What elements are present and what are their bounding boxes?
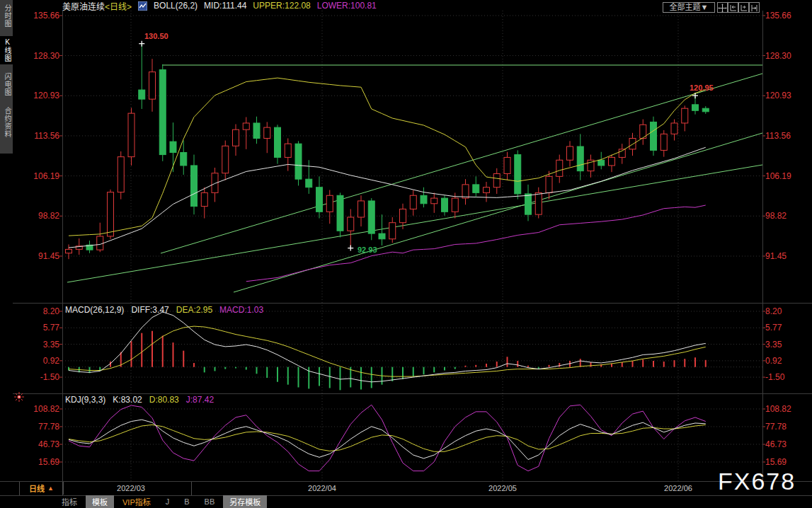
y-axis-label: 3.35 bbox=[765, 340, 805, 350]
bottom-tab[interactable]: 模板 bbox=[86, 495, 114, 508]
y-axis-label: 8.20 bbox=[23, 307, 59, 316]
grid-lines bbox=[62, 11, 762, 481]
y-axis-label: 108.82 bbox=[23, 405, 59, 414]
period-tag: <日线> bbox=[105, 2, 132, 12]
high-price-annotation: 130.50 bbox=[144, 32, 168, 40]
symbol-title: 美原油连续<日线> bbox=[62, 0, 132, 12]
macd-title: MACD(26,12,9) bbox=[65, 305, 124, 315]
kdj-title: KDJ(9,3,3) bbox=[65, 395, 105, 405]
sidebar-item-kline[interactable]: K线图 bbox=[0, 36, 13, 64]
kdj-header: KDJ(9,3,3) K:83.02 D:80.83 J:87.42 bbox=[65, 395, 214, 405]
kdj-d-value: D:80.83 bbox=[149, 395, 179, 405]
macd-dea-value: DEA:2.95 bbox=[176, 305, 212, 315]
zoom-axis-left-button[interactable] bbox=[728, 2, 738, 13]
sidebar-item-contract-info[interactable]: 合约资料 bbox=[0, 105, 13, 140]
boll-label: BOLL(26,2) bbox=[154, 1, 198, 11]
y-axis-label: 3.35 bbox=[23, 340, 59, 350]
macd-diff-value: DIFF:3.47 bbox=[131, 305, 168, 315]
trend-lines bbox=[67, 65, 762, 292]
bottom-tab[interactable]: BB bbox=[198, 497, 222, 507]
all-themes-dropdown[interactable]: 全部主题▼ bbox=[663, 2, 715, 13]
bottom-tab[interactable]: 指标 bbox=[55, 495, 84, 508]
sidebar-item-lightning[interactable]: 闪电图 bbox=[0, 71, 13, 98]
kdj-d-line bbox=[69, 425, 706, 451]
y-axis-label: 77.78 bbox=[765, 422, 805, 432]
y-axis-label: 135.66 bbox=[765, 11, 805, 21]
x-axis-date-label: 2022/03 bbox=[117, 484, 145, 492]
pan-right-button[interactable] bbox=[749, 2, 760, 13]
y-axis-label: 0.92 bbox=[765, 357, 805, 366]
chart-canvas[interactable] bbox=[0, 0, 812, 508]
y-axis-label: 128.30 bbox=[765, 52, 805, 61]
macd-dea-line bbox=[69, 326, 706, 376]
y-axis-label: 5.77 bbox=[765, 323, 805, 333]
y-axis-label: 15.69 bbox=[23, 458, 59, 467]
y-axis-label: -1.50 bbox=[765, 373, 805, 382]
x-axis-date-label: 2022/05 bbox=[488, 484, 517, 492]
macd-header: MACD(26,12,9) DIFF:3.47 DEA:2.95 MACD:1.… bbox=[65, 305, 263, 315]
y-axis-label: 15.69 bbox=[765, 458, 805, 467]
crosshair-move-button[interactable] bbox=[717, 2, 728, 13]
y-axis-label: 91.45 bbox=[765, 252, 805, 261]
indicator-marker-icon[interactable] bbox=[13, 391, 25, 405]
boll-mid-value: MID:111.44 bbox=[204, 1, 246, 11]
kdj-k-value: K:83.02 bbox=[113, 395, 142, 405]
axis-arrow-left-icon bbox=[728, 4, 738, 13]
period-label: 日线 bbox=[29, 483, 45, 494]
y-axis-label: 77.78 bbox=[23, 422, 59, 432]
macd-diff-line bbox=[69, 312, 706, 382]
kdj-k-line bbox=[69, 420, 706, 459]
bottom-tab[interactable]: VIP指标 bbox=[116, 495, 157, 508]
candlestick-series bbox=[66, 44, 709, 260]
period-arrow-icon: ▲ bbox=[47, 485, 54, 492]
y-axis-label: 98.82 bbox=[765, 212, 805, 221]
pane-arrow-icon bbox=[750, 4, 759, 13]
line-chart-icon bbox=[138, 1, 147, 11]
zoom-axis-right-button[interactable] bbox=[738, 2, 749, 13]
y-axis-label: 135.66 bbox=[23, 11, 59, 21]
symbol-name: 美原油连续 bbox=[62, 2, 105, 12]
last-price-annotation: 120.95 bbox=[690, 83, 714, 92]
macd-macd-value: MACD:1.03 bbox=[219, 305, 263, 315]
watermark-logo: FX678 bbox=[718, 468, 796, 495]
kdj-j-value: J:87.42 bbox=[186, 395, 214, 405]
chart-header: 美原油连续<日线> BOLL(26,2) MID:111.44 UPPER:12… bbox=[62, 1, 377, 11]
chart-type-sidebar: 分时图 K线图 闪电图 合约资料 bbox=[0, 0, 13, 154]
y-axis-label: 113.56 bbox=[23, 132, 59, 141]
y-axis-label: 5.77 bbox=[23, 323, 59, 333]
sidebar-item-timeshare[interactable]: 分时图 bbox=[0, 2, 13, 30]
boll-lower-line bbox=[246, 205, 706, 282]
period-selector[interactable]: 日线 ▲ bbox=[19, 482, 64, 495]
y-axis-label: 91.45 bbox=[23, 252, 59, 261]
y-axis-label: 113.56 bbox=[765, 132, 805, 141]
y-axis-label: 46.73 bbox=[23, 440, 59, 449]
macd-histogram bbox=[69, 331, 706, 391]
y-axis-label: 108.82 bbox=[765, 405, 805, 414]
y-axis-label: -1.50 bbox=[23, 373, 59, 382]
bottom-tab[interactable]: J bbox=[159, 497, 176, 507]
bottom-tab[interactable]: 另存模板 bbox=[223, 495, 267, 508]
y-axis-label: 46.73 bbox=[765, 440, 805, 449]
boll-lower-value: LOWER:100.81 bbox=[317, 1, 377, 11]
x-axis-date-label: 2022/06 bbox=[664, 484, 692, 492]
y-axis-label: 106.19 bbox=[765, 172, 805, 181]
crosshair-icon bbox=[718, 4, 727, 13]
app-window: { "header": { "symbol": "美原油连续", "period… bbox=[0, 0, 812, 508]
y-axis-label: 120.93 bbox=[23, 91, 59, 100]
y-axis-label: 0.92 bbox=[23, 357, 59, 366]
y-axis-label: 8.20 bbox=[765, 307, 805, 316]
y-axis-label: 120.93 bbox=[765, 91, 805, 100]
bottom-tab[interactable]: B bbox=[178, 497, 195, 507]
axis-arrow-right-icon bbox=[739, 4, 748, 13]
x-axis-date-label: 2022/04 bbox=[308, 484, 336, 492]
low-price-annotation: 92.93 bbox=[358, 246, 377, 254]
y-axis-label: 98.82 bbox=[23, 212, 59, 221]
boll-upper-value: UPPER:122.08 bbox=[253, 1, 310, 11]
bottom-tab-bar: 指标模板VIP指标JBBB另存模板 bbox=[55, 496, 267, 507]
y-axis-label: 128.30 bbox=[23, 52, 59, 61]
kdj-j-line bbox=[69, 405, 706, 471]
y-axis-label: 106.19 bbox=[23, 172, 59, 181]
